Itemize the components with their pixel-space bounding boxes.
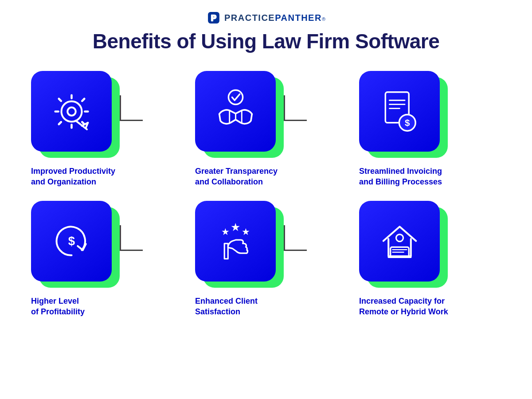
home-laptop-icon xyxy=(374,215,425,266)
icon-box: $ xyxy=(359,71,440,152)
icon-box xyxy=(31,71,112,152)
svg-line-9 xyxy=(82,98,84,101)
connector-1 xyxy=(120,95,143,121)
handshake-icon xyxy=(210,86,261,137)
svg-text:$: $ xyxy=(404,117,410,127)
svg-point-25 xyxy=(396,235,403,242)
svg-text:★: ★ xyxy=(231,221,240,233)
gear-arrow-icon xyxy=(46,86,97,137)
benefit-invoicing: $ Streamlined Invoicingand Billing Proce… xyxy=(359,71,501,188)
logo-practice: PRACTICE xyxy=(224,13,275,23)
svg-text:$: $ xyxy=(68,234,74,248)
icon-box xyxy=(195,71,276,152)
svg-text:★: ★ xyxy=(221,227,230,237)
logo-icon: P xyxy=(207,11,221,25)
logo-panther: PANTHER xyxy=(275,13,322,23)
svg-point-2 xyxy=(67,107,75,115)
dollar-arrow-icon: $ xyxy=(46,215,97,266)
benefit-profitability: $ Higher Levelof Profitability xyxy=(31,201,173,317)
icon-box: ★ ★ ★ xyxy=(195,201,276,282)
benefits-grid: Improved Productivityand Organization xyxy=(18,71,514,317)
svg-text:★: ★ xyxy=(242,227,250,237)
benefit-remote: Increased Capacity forRemote or Hybrid W… xyxy=(359,201,501,317)
benefit-label-transparency: Greater Transparencyand Collaboration xyxy=(195,166,278,188)
benefit-label-satisfaction: Enhanced ClientSatisfaction xyxy=(195,296,258,317)
benefit-label-remote: Increased Capacity forRemote or Hybrid W… xyxy=(359,296,448,317)
benefit-label-invoicing: Streamlined Invoicingand Billing Process… xyxy=(359,166,442,188)
svg-text:P: P xyxy=(211,14,216,23)
benefit-transparency: Greater Transparencyand Collaboration xyxy=(195,71,337,188)
icon-box: $ xyxy=(31,201,112,282)
benefit-productivity: Improved Productivityand Organization xyxy=(31,71,173,188)
logo: P PRACTICE PANTHER ® xyxy=(207,11,325,25)
connector-5 xyxy=(284,225,307,251)
page-title: Benefits of Using Law Firm Software xyxy=(93,29,440,53)
benefit-label-productivity: Improved Productivityand Organization xyxy=(31,166,115,188)
logo-reg: ® xyxy=(322,16,325,22)
connector-2 xyxy=(284,95,307,121)
invoice-dollar-icon: $ xyxy=(374,86,425,137)
thumbs-stars-icon: ★ ★ ★ xyxy=(210,215,261,266)
svg-line-7 xyxy=(59,98,61,101)
icon-box xyxy=(359,201,440,282)
svg-line-10 xyxy=(59,122,61,124)
connector-4 xyxy=(120,225,143,251)
benefit-satisfaction: ★ ★ ★ Enhanced ClientSatisfaction xyxy=(195,201,337,317)
benefit-label-profitability: Higher Levelof Profitability xyxy=(31,296,85,317)
svg-point-14 xyxy=(228,90,243,104)
